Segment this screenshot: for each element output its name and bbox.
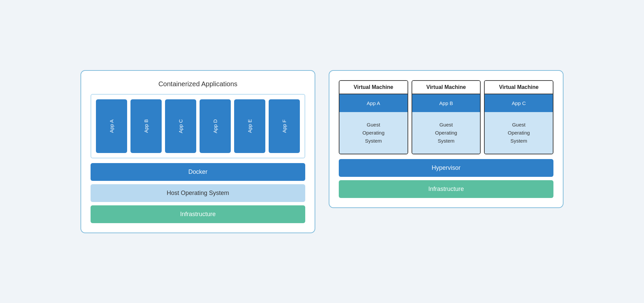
- diagrams-container: Containerized Applications App AApp BApp…: [80, 70, 564, 233]
- vm-header-0: Virtual Machine: [339, 81, 408, 94]
- vm-card-1: Virtual MachineApp BGuestOperatingSystem: [412, 80, 481, 154]
- apps-row: App AApp BApp CApp DApp EApp F: [96, 99, 300, 153]
- left-diagram-title: Containerized Applications: [91, 80, 305, 88]
- right-diagram: Virtual MachineApp AGuestOperatingSystem…: [329, 70, 564, 208]
- container-group: App AApp BApp CApp DApp EApp F: [91, 94, 305, 158]
- vm-app-2: App C: [485, 94, 553, 112]
- vm-card-2: Virtual MachineApp CGuestOperatingSystem: [484, 80, 553, 154]
- vm-row: Virtual MachineApp AGuestOperatingSystem…: [339, 80, 553, 154]
- left-infra-bar: Infrastructure: [91, 205, 305, 223]
- app-box: App C: [165, 99, 196, 153]
- vm-guest-os-0: GuestOperatingSystem: [339, 112, 408, 154]
- docker-bar: Docker: [91, 163, 305, 181]
- right-infra-bar: Infrastructure: [339, 180, 553, 198]
- app-box: App E: [234, 99, 265, 153]
- app-box: App A: [96, 99, 127, 153]
- vm-header-2: Virtual Machine: [485, 81, 553, 94]
- app-box: App B: [130, 99, 162, 153]
- hypervisor-bar: Hypervisor: [339, 159, 553, 177]
- vm-app-0: App A: [339, 94, 408, 112]
- app-box: App F: [269, 99, 300, 153]
- vm-header-1: Virtual Machine: [412, 81, 480, 94]
- vm-card-0: Virtual MachineApp AGuestOperatingSystem: [339, 80, 408, 154]
- vm-guest-os-1: GuestOperatingSystem: [412, 112, 480, 154]
- app-box: App D: [200, 99, 231, 153]
- host-os-bar: Host Operating System: [91, 184, 305, 202]
- vm-app-1: App B: [412, 94, 480, 112]
- vm-guest-os-2: GuestOperatingSystem: [485, 112, 553, 154]
- left-diagram: Containerized Applications App AApp BApp…: [80, 70, 315, 233]
